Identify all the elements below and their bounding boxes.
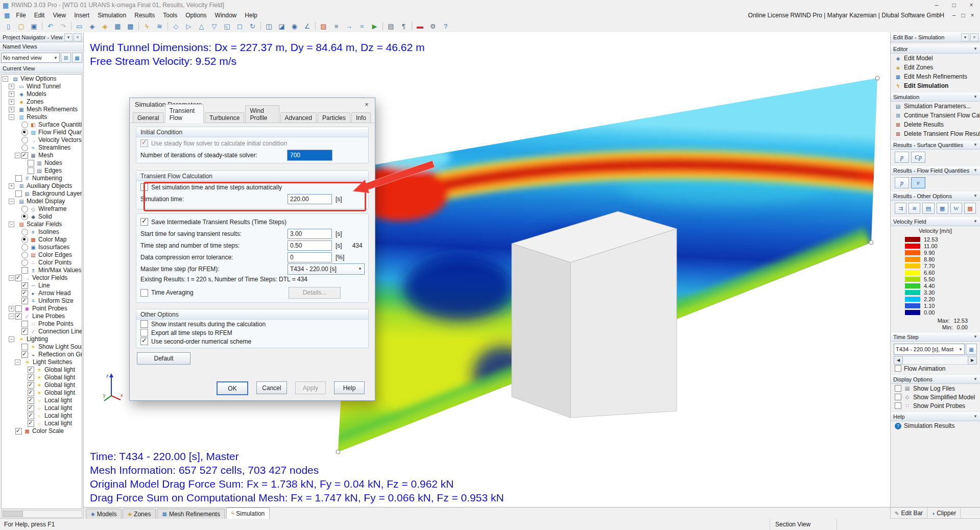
other-option-checkbox[interactable] — [140, 320, 148, 328]
expand-toggle-icon[interactable] — [15, 237, 20, 242]
tree-item[interactable]: ☼ Local light — [2, 397, 82, 404]
expand-toggle-icon[interactable] — [15, 299, 20, 303]
clipping-box[interactable]: ◪ — [275, 20, 288, 32]
dialog-close-icon[interactable]: × — [358, 98, 375, 111]
flow-field-quantity-button[interactable]: p — [895, 177, 909, 188]
animation[interactable]: ▶ — [368, 20, 381, 32]
tree-checkbox[interactable] — [21, 252, 28, 258]
panel-tab[interactable]: ◑ Clipper — [927, 508, 961, 519]
probe-point[interactable]: ◉ — [288, 20, 301, 32]
toolbar-button[interactable] — [315, 22, 316, 30]
time-step-select[interactable]: T434 - 220.00 [s], Mast ▼ — [894, 344, 965, 355]
expand-toggle-icon[interactable] — [15, 345, 20, 349]
toolbar-button[interactable] — [42, 22, 42, 30]
tree-item[interactable]: = Uniform Size — [2, 297, 82, 305]
tree-checkbox[interactable] — [21, 328, 28, 335]
expand-toggle-icon[interactable] — [15, 329, 20, 334]
tree-checkbox[interactable] — [21, 267, 28, 274]
tree-item[interactable]: ▣ Isosurfaces — [2, 244, 82, 251]
dialog-button[interactable]: Help — [334, 381, 365, 394]
help[interactable]: ? — [439, 20, 452, 32]
time-step-header[interactable]: Time Step ▼ — [891, 332, 980, 342]
zoom-window[interactable]: ◱ — [221, 20, 233, 32]
section-header[interactable]: Editor ▼ — [891, 44, 980, 54]
simulation-time-input[interactable]: 220.00 — [288, 194, 332, 204]
tree-item[interactable]: ☀ Global light — [2, 374, 82, 381]
dialog-button[interactable]: OK — [217, 381, 248, 395]
open-project[interactable]: ▢ — [15, 20, 28, 32]
tree-item[interactable]: ▦ Mesh — [2, 152, 82, 159]
tree-item[interactable]: ◉ Point Probes — [2, 305, 82, 312]
menu-item[interactable]: Tools — [159, 11, 181, 19]
tree-item[interactable]: ∕ Connection Lines — [2, 328, 82, 335]
dialog-tab[interactable]: Advanced — [280, 112, 317, 123]
edit-bar-item[interactable]: ▦ Edit Mesh Refinements — [891, 72, 980, 81]
tree-checkbox[interactable] — [28, 413, 34, 419]
next-step-icon[interactable]: ▶ — [968, 356, 977, 365]
menu-item[interactable]: Options — [181, 11, 210, 19]
mesh[interactable]: ▦ — [111, 20, 124, 32]
tree-checkbox[interactable] — [21, 129, 28, 136]
compute[interactable]: ≋ — [153, 20, 166, 32]
result-table[interactable]: ▤ — [385, 20, 397, 32]
time-averaging-checkbox[interactable] — [140, 289, 148, 297]
flow-animation-checkbox[interactable] — [895, 365, 901, 372]
tree-checkbox[interactable] — [28, 382, 34, 389]
tree-checkbox[interactable] — [21, 259, 28, 266]
close-panel-icon[interactable]: × — [970, 33, 978, 41]
expand-toggle-icon[interactable] — [21, 406, 27, 411]
expand-toggle-icon[interactable] — [9, 176, 14, 181]
details-button[interactable]: Details... — [289, 287, 341, 299]
tree-item[interactable]: ∕ Line Probes — [2, 312, 82, 320]
view-top[interactable]: ▽ — [208, 20, 221, 32]
steady-solver-checkbox[interactable] — [140, 139, 148, 147]
tree-checkbox[interactable] — [21, 244, 28, 251]
dialog-tab[interactable]: Turbulence — [205, 112, 245, 123]
expand-toggle-icon[interactable] — [15, 245, 20, 250]
expand-toggle-icon[interactable] — [15, 130, 20, 135]
display-option-checkbox[interactable] — [895, 385, 901, 392]
tree-checkbox[interactable] — [28, 390, 34, 396]
tree-checkbox[interactable] — [15, 305, 22, 312]
report[interactable]: ¶ — [397, 20, 410, 32]
undo[interactable]: ↶ — [44, 20, 57, 32]
toolbar-button[interactable] — [412, 22, 412, 30]
expand-toggle-icon[interactable] — [15, 291, 20, 296]
simulation[interactable]: ϟ — [140, 20, 153, 32]
expand-toggle-icon[interactable] — [15, 359, 20, 365]
edit-bar-item[interactable]: ◈ Edit Model — [891, 54, 980, 63]
tree-checkbox[interactable] — [21, 144, 28, 151]
maximize-icon[interactable]: □ — [945, 0, 963, 10]
default-button[interactable]: Default — [137, 352, 190, 365]
tree-item[interactable]: ≡ Isolines — [2, 228, 82, 236]
toolbar-button[interactable] — [138, 22, 139, 30]
flow-field-quantity-button[interactable]: v — [911, 177, 925, 188]
streamlines[interactable]: ≈ — [355, 20, 368, 32]
zoom-extents[interactable]: ◻ — [233, 20, 246, 32]
menu-item[interactable]: Edit — [30, 11, 49, 19]
master-time-step-select[interactable]: T434 - 220.00 [s] ▼ — [288, 263, 365, 275]
expand-toggle-icon[interactable] — [15, 283, 20, 288]
tree-item[interactable]: ▤ Edges — [2, 167, 82, 175]
expand-toggle-icon[interactable] — [9, 84, 14, 89]
toolbar-button[interactable] — [71, 22, 71, 30]
section-plane[interactable]: ◫ — [262, 20, 275, 32]
dimensions[interactable]: ∠ — [301, 20, 314, 32]
isolines[interactable]: ≡ — [330, 20, 343, 32]
tree-item[interactable]: ◇ Wireframe — [2, 205, 82, 213]
edit-bar-item[interactable]: ◈ Edit Zones — [891, 63, 980, 72]
tree-item[interactable]: ☀ Global light — [2, 381, 82, 389]
result-option-button[interactable]: ▩ — [964, 203, 976, 214]
display-options-header[interactable]: Display Options ▼ — [891, 374, 980, 384]
manage-views-button[interactable]: ▦ — [72, 53, 82, 63]
expand-toggle-icon[interactable] — [21, 168, 27, 173]
mdi-window-control-icon[interactable]: – — [949, 12, 959, 19]
expand-toggle-icon[interactable] — [3, 76, 8, 82]
tree-checkbox[interactable] — [15, 175, 22, 182]
tree-item[interactable]: ◈ Models — [2, 90, 82, 98]
tree-item[interactable]: ☼ Local light — [2, 412, 82, 420]
tree-item[interactable]: ≈ Streamlines — [2, 144, 82, 152]
cube-model[interactable] — [512, 211, 677, 418]
tree-checkbox[interactable] — [15, 190, 22, 197]
tree-checkbox[interactable] — [15, 275, 22, 281]
